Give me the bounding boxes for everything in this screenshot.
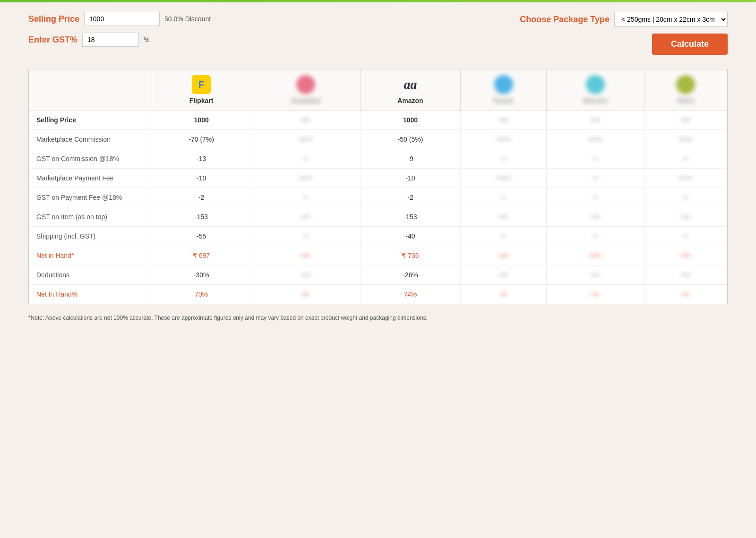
discount-text: 50.0% Discount xyxy=(164,15,211,23)
cell-paytm: •• xyxy=(461,149,547,169)
cell-snapdeal: •••• xyxy=(251,111,360,130)
gst-row: Enter GST% % xyxy=(28,33,211,47)
other-icon xyxy=(676,75,695,94)
cell-flipkart: 70% xyxy=(152,285,251,304)
cell-amazon: -10 xyxy=(360,169,460,188)
cell-meesho: •••• xyxy=(547,111,644,130)
cell-snapdeal: •••• xyxy=(251,207,360,227)
cell-other: •• xyxy=(644,188,727,207)
cell-amazon: -26% xyxy=(360,265,460,285)
meesho-logo: Meesho xyxy=(554,75,636,104)
cell-amazon: -9 xyxy=(360,149,460,169)
cell-other: •••• xyxy=(644,265,727,285)
cell-flipkart: -70 (7%) xyxy=(152,130,251,149)
header-section: Selling Price 50.0% Discount Enter GST% … xyxy=(0,2,756,60)
row-label: Marketplace Commission xyxy=(29,130,152,149)
row-label: GST on Item (as on top) xyxy=(29,207,152,227)
amazon-name: Amazon xyxy=(397,97,423,104)
package-row: Choose Package Type < 250gms | 20cm x 22… xyxy=(520,12,728,27)
choose-package-label: Choose Package Type xyxy=(520,15,610,25)
gst-input[interactable] xyxy=(82,33,139,47)
table-row: Net in Hand*₹ 697••••₹ 736••••••••••••• xyxy=(29,246,727,265)
cell-meesho: •• xyxy=(547,169,644,188)
table-row: Shipping (incl. GST)-55••-40•••••• xyxy=(29,227,727,246)
table-row: Marketplace Commission-70 (7%)••••••-50 … xyxy=(29,130,727,149)
cell-other: •••••• xyxy=(644,130,727,149)
cell-paytm: •••• xyxy=(461,111,547,130)
cell-snapdeal: •••••• xyxy=(251,130,360,149)
flipkart-icon: F xyxy=(192,75,211,94)
row-label: GST on Payment Fee @18% xyxy=(29,188,152,207)
gst-unit: % xyxy=(144,36,149,43)
cell-meesho: •••• xyxy=(547,265,644,285)
cell-flipkart: -30% xyxy=(152,265,251,285)
table-row: Selling Price1000••••1000•••••••••••• xyxy=(29,111,727,130)
left-controls: Selling Price 50.0% Discount Enter GST% … xyxy=(28,12,211,47)
row-label: Selling Price xyxy=(29,111,152,130)
flipkart-logo: F Flipkart xyxy=(160,75,243,104)
selling-price-input[interactable] xyxy=(84,12,160,26)
table-header-row: F Flipkart Snapdeal a Amazon xyxy=(29,69,727,111)
cell-paytm: ••• xyxy=(461,285,547,304)
flipkart-name: Flipkart xyxy=(189,97,214,104)
cell-meesho: •••• xyxy=(547,207,644,227)
table-row: Deductions-30%••••-26%•••••••••••• xyxy=(29,265,727,285)
cell-snapdeal: •••• xyxy=(251,265,360,285)
cell-flipkart: 1000 xyxy=(152,111,251,130)
package-select[interactable]: < 250gms | 20cm x 22cm x 3cm xyxy=(614,12,728,27)
other-name: Other xyxy=(677,97,695,104)
row-label: Deductions xyxy=(29,265,152,285)
cell-paytm: •• xyxy=(461,188,547,207)
cell-paytm: •••• xyxy=(461,265,547,285)
results-table: F Flipkart Snapdeal a Amazon xyxy=(29,69,727,304)
row-label: Net in Hand* xyxy=(29,246,152,265)
col-label xyxy=(29,69,152,111)
cell-other: •• xyxy=(644,227,727,246)
cell-snapdeal: •• xyxy=(251,188,360,207)
cell-other: •••• xyxy=(644,207,727,227)
table-row: GST on Item (as on top)-153••••-153•••••… xyxy=(29,207,727,227)
selling-price-label: Selling Price xyxy=(28,14,79,24)
cell-flipkart: -2 xyxy=(152,188,251,207)
amazon-icon: a xyxy=(401,75,420,94)
row-label: GST on Commission @18% xyxy=(29,149,152,169)
cell-meesho: ••••• xyxy=(547,246,644,265)
cell-other: •••••• xyxy=(644,169,727,188)
cell-flipkart: -13 xyxy=(152,149,251,169)
cell-amazon: 74% xyxy=(360,285,460,304)
snapdeal-name: Snapdeal xyxy=(291,97,320,104)
gst-label: Enter GST% xyxy=(28,35,77,45)
cell-flipkart: ₹ 697 xyxy=(152,246,251,265)
col-paytm: Paytm xyxy=(461,69,547,111)
cell-amazon: -40 xyxy=(360,227,460,246)
paytm-name: Paytm xyxy=(494,97,514,104)
cell-amazon: 1000 xyxy=(360,111,460,130)
cell-amazon: ₹ 736 xyxy=(360,246,460,265)
meesho-icon xyxy=(586,75,605,94)
cell-paytm: •••• xyxy=(461,246,547,265)
footnote: *Note: Above calculations are not 100% a… xyxy=(28,314,728,323)
row-label: Shipping (incl. GST) xyxy=(29,227,152,246)
main-table-container: F Flipkart Snapdeal a Amazon xyxy=(28,69,728,304)
col-flipkart: F Flipkart xyxy=(152,69,251,111)
cell-meesho: •• xyxy=(547,188,644,207)
cell-paytm: •• xyxy=(461,227,547,246)
amazon-logo: a Amazon xyxy=(368,75,453,104)
other-logo: Other xyxy=(652,75,720,104)
cell-other: •• xyxy=(644,149,727,169)
paytm-icon xyxy=(494,75,513,94)
cell-meesho: •• xyxy=(547,149,644,169)
cell-meesho: ••• xyxy=(547,285,644,304)
col-snapdeal: Snapdeal xyxy=(251,69,360,111)
snapdeal-icon xyxy=(296,75,315,94)
snapdeal-logo: Snapdeal xyxy=(259,75,352,104)
cell-snapdeal: •••• xyxy=(251,246,360,265)
cell-other: •••• xyxy=(644,111,727,130)
cell-snapdeal: •• xyxy=(251,149,360,169)
row-label: Marketplace Payment Fee xyxy=(29,169,152,188)
cell-amazon: -2 xyxy=(360,188,460,207)
calculate-button[interactable]: Calculate xyxy=(652,34,728,55)
cell-flipkart: -10 xyxy=(152,169,251,188)
col-meesho: Meesho xyxy=(547,69,644,111)
meesho-name: Meesho xyxy=(583,97,608,104)
